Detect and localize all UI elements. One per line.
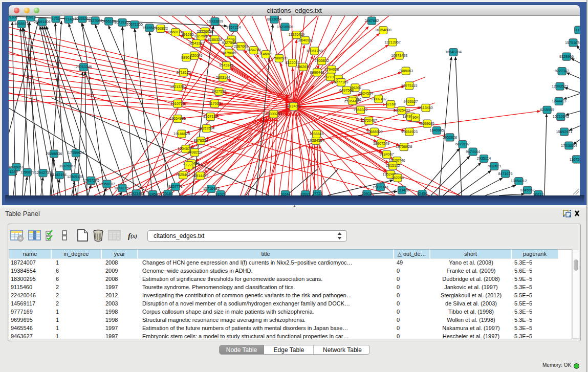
svg-text:1731: 1731 [52,16,60,21]
svg-text:15716485: 15716485 [203,186,220,191]
svg-text:3267130: 3267130 [203,114,217,119]
svg-text:19654923: 19654923 [401,129,418,134]
svg-text:6497568: 6497568 [339,88,354,93]
svg-text:9699695: 9699695 [420,121,434,126]
svg-text:2367608: 2367608 [234,44,248,49]
svg-text:16210643: 16210643 [553,114,569,119]
svg-text:1145194: 1145194 [52,172,66,177]
svg-text:20206536: 20206536 [46,151,62,156]
svg-text:9857771: 9857771 [168,184,183,189]
svg-text:1615112: 1615112 [386,163,400,168]
svg-text:8215955: 8215955 [540,107,554,112]
svg-text:83921: 83921 [300,192,311,195]
svg-text:10654112: 10654112 [511,179,527,183]
svg-text:19384554: 19384554 [308,138,324,143]
svg-text:62160: 62160 [386,102,396,106]
svg-text:7463822: 7463822 [154,26,168,31]
svg-text:7632621: 7632621 [487,164,502,168]
svg-text:1156829: 1156829 [20,170,34,174]
svg-text:1244413: 1244413 [552,99,566,103]
svg-text:19756928: 19756928 [396,144,412,149]
svg-text:177: 177 [186,163,192,167]
svg-text:9327509: 9327509 [194,34,208,38]
svg-text:19654985: 19654985 [169,116,186,121]
svg-text:1527602: 1527602 [88,18,102,23]
svg-text:252254: 252254 [391,176,404,180]
svg-text:11171: 11171 [574,28,580,32]
svg-text:17721: 17721 [312,191,322,195]
svg-text:16648784: 16648784 [445,50,462,54]
svg-text:15720407: 15720407 [361,118,377,123]
svg-text:2087682: 2087682 [365,18,379,23]
svg-text:17957275: 17957275 [83,178,99,183]
svg-text:8427552: 8427552 [212,89,226,94]
svg-text:30975867: 30975867 [59,164,75,168]
svg-text:9474444: 9474444 [466,149,480,154]
svg-text:12505135: 12505135 [67,174,83,179]
svg-text:4055572: 4055572 [14,21,29,26]
svg-text:20053346: 20053346 [75,64,92,69]
svg-text:20913: 20913 [26,16,36,19]
svg-text:1938845: 1938845 [310,132,324,136]
svg-text:6794028: 6794028 [324,67,339,72]
svg-text:2935114: 2935114 [477,156,491,161]
svg-text:7955812: 7955812 [315,58,329,63]
svg-text:891295: 891295 [182,32,194,37]
svg-text:9329966: 9329966 [559,54,574,59]
svg-text:20184: 20184 [163,191,173,195]
svg-text:92450: 92450 [417,191,427,195]
svg-text:9227342: 9227342 [555,69,569,73]
svg-text:19218506: 19218506 [277,25,293,29]
svg-text:16154808: 16154808 [375,28,391,32]
svg-text:10807487: 10807487 [371,97,387,101]
svg-text:7485063: 7485063 [399,69,413,73]
svg-text:19106: 19106 [9,16,17,19]
svg-text:92450: 92450 [148,192,158,195]
svg-text:10958107: 10958107 [99,182,115,186]
svg-text:12093573: 12093573 [552,84,568,89]
svg-text:16671355: 16671355 [126,22,143,27]
svg-text:8990448: 8990448 [310,70,324,75]
svg-text:3498222: 3498222 [188,150,202,155]
svg-text:7625402: 7625402 [176,172,190,177]
svg-text:10973493: 10973493 [391,53,407,58]
svg-text:12942737: 12942737 [35,170,51,175]
svg-text:7986322: 7986322 [354,107,368,112]
svg-text:3875685: 3875685 [222,51,236,55]
svg-text:15692971: 15692971 [556,129,573,134]
svg-text:9115460: 9115460 [419,105,432,110]
svg-text:16543382: 16543382 [188,41,205,46]
svg-text:8471676: 8471676 [498,171,513,176]
svg-text:77143: 77143 [63,17,74,21]
svg-text:3624554: 3624554 [359,91,373,96]
svg-text:1733426: 1733426 [395,188,409,192]
svg-text:16914479: 16914479 [192,173,208,178]
svg-text:10025433: 10025433 [394,108,410,113]
svg-text:98901: 98901 [181,55,191,60]
svg-text:12975115: 12975115 [401,83,417,88]
svg-text:904: 904 [412,115,419,120]
svg-text:25300293: 25300293 [266,112,282,116]
svg-text:1910755: 1910755 [170,101,185,106]
svg-text:391549: 391549 [9,169,17,174]
svg-text:18640910: 18640910 [297,38,313,42]
svg-text:8813054: 8813054 [267,17,281,21]
svg-text:9777169: 9777169 [334,80,349,84]
svg-text:15136141: 15136141 [373,185,389,189]
svg-text:21364436: 21364436 [344,99,361,103]
svg-text:1362615: 1362615 [296,64,310,69]
svg-text:417004: 417004 [208,101,221,106]
svg-text:11353594: 11353594 [199,126,214,130]
svg-text:9463627: 9463627 [404,99,418,104]
svg-text:5953928: 5953928 [443,135,457,140]
svg-text:9184067: 9184067 [380,152,394,157]
svg-text:2803144: 2803144 [216,75,230,80]
svg-text:12213967: 12213967 [384,40,401,45]
svg-text:16033809: 16033809 [207,19,223,24]
svg-text:16782759: 16782759 [114,186,130,190]
svg-text:90213: 90213 [533,192,543,195]
svg-text:8660124: 8660124 [168,30,183,34]
svg-text:7857224: 7857224 [227,25,241,30]
svg-text:1167533: 1167533 [570,157,580,162]
svg-text:2718120: 2718120 [177,70,191,75]
